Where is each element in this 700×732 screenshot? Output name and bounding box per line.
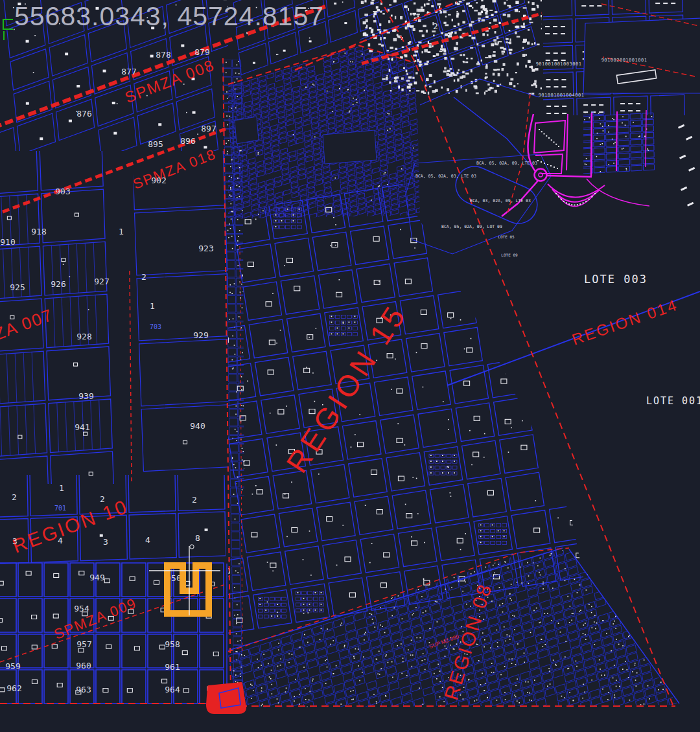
- tiny-lot-label: LOTE 09: [501, 253, 518, 257]
- parcel-number: 3: [103, 537, 108, 547]
- parcel-number: 4: [145, 535, 150, 545]
- lot-number: 963: [76, 685, 91, 694]
- parcel-number: 1: [150, 301, 155, 311]
- parcel-number: 2: [141, 272, 146, 282]
- tiny-lot-label: BCA, 05, 02A, 09, LOT 09: [441, 224, 502, 229]
- parcel-id-label: 901001001003001: [536, 62, 582, 67]
- lot-number: 958: [165, 639, 180, 649]
- cad-viewport[interactable]: 55683.0343, 45724.8157 SPMZA 008SPMZA 01…: [0, 0, 700, 732]
- parcel-number: 2: [192, 495, 197, 505]
- red-parcel-marker[interactable]: [207, 683, 245, 713]
- lot-number: 959: [5, 661, 20, 671]
- tiny-lot-label: LOTE 05: [498, 234, 515, 239]
- parcel-number: 1: [119, 227, 124, 236]
- lot-number: 964: [165, 685, 180, 694]
- tiny-lot-label: BCA, 05, 02A, 03, LTE 03: [415, 174, 476, 179]
- cad-canvas[interactable]: SPMZA 008SPMZA 018SPMZA 007REGION 10SPMZ…: [0, 0, 700, 732]
- parcel-number: 2: [12, 492, 17, 502]
- parcel-number: 2: [433, 21, 438, 31]
- lot-number: 940: [190, 421, 205, 431]
- lot-number: 962: [6, 683, 21, 693]
- lot-number: 876: [76, 109, 91, 119]
- blue-lot-number: 701: [54, 505, 66, 512]
- empty-parcel: [235, 117, 259, 144]
- lot-number: 903: [55, 187, 70, 196]
- lot-number: 957: [76, 639, 91, 649]
- lot-number: 927: [94, 277, 109, 286]
- lot-number: 902: [151, 176, 166, 185]
- parcel-number: 3: [12, 536, 18, 546]
- lot-number: 928: [76, 332, 91, 341]
- lot-number: 929: [193, 330, 208, 340]
- empty-parcel: [323, 130, 377, 164]
- parcel-number: 4: [58, 536, 63, 545]
- lot-number: 923: [198, 244, 213, 253]
- lot-number: 897: [201, 124, 216, 133]
- lot-number: 941: [75, 422, 89, 432]
- parcel-id-label: 901002001001001: [601, 58, 648, 63]
- lote-label: LOTE 003: [584, 273, 648, 286]
- lot-number: 954: [74, 604, 89, 613]
- lot-number: 910: [0, 237, 15, 247]
- lot-number: 896: [180, 136, 195, 146]
- lot-number: 960: [76, 661, 91, 670]
- lot-number: 949: [89, 573, 104, 582]
- lot-number: 925: [10, 282, 25, 292]
- tiny-lot-label: BCA, 05, 02A, 09, LTE 03: [476, 161, 537, 166]
- tiny-lot-label: BCA, 03, 02A, 09, LTE 03: [470, 198, 531, 203]
- lot-number: 939: [78, 391, 93, 401]
- lot-number: 878: [156, 50, 170, 60]
- lot-number: 879: [194, 47, 209, 57]
- lote-label: LOTE 001: [646, 395, 700, 407]
- lot-number: 918: [31, 227, 46, 236]
- blue-lot-number: 703: [150, 323, 161, 330]
- lot-number: 926: [51, 279, 65, 289]
- parcel-number: 2: [100, 494, 105, 504]
- lot-number: 877: [121, 67, 136, 76]
- parcel-number: 1: [59, 483, 64, 493]
- parcel-id-label: 901001001004001: [539, 93, 585, 98]
- lot-number: 961: [165, 662, 180, 672]
- parcel-number: 8: [195, 533, 200, 543]
- empty-parcel: [583, 18, 700, 93]
- lot-number: 895: [148, 139, 163, 149]
